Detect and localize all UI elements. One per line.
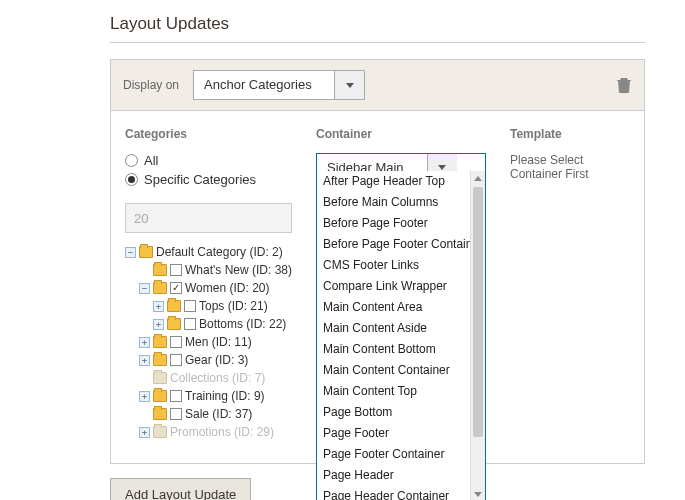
category-tree: −Default Category (ID: 2)What's New (ID:…	[125, 243, 292, 441]
scroll-down-icon	[471, 487, 485, 500]
tree-node-label: Sale (ID: 37)	[185, 405, 252, 423]
folder-icon	[153, 354, 167, 366]
tree-node[interactable]: What's New (ID: 38)	[125, 261, 292, 279]
dropdown-option[interactable]: Page Header	[317, 465, 470, 486]
tree-node[interactable]: −Women (ID: 20)	[125, 279, 292, 297]
search-value: 20	[134, 211, 148, 226]
folder-icon	[153, 372, 167, 384]
dropdown-option[interactable]: Page Footer Container	[317, 444, 470, 465]
checkbox[interactable]	[170, 354, 182, 366]
dropdown-option[interactable]: Main Content Aside	[317, 318, 470, 339]
radio-icon	[125, 173, 138, 186]
tree-node-label: Gear (ID: 3)	[185, 351, 248, 369]
toggle-spacer	[139, 265, 150, 276]
folder-icon	[153, 336, 167, 348]
chevron-down-icon	[334, 71, 364, 99]
layout-update-block: Display on Anchor Categories Categories …	[110, 59, 645, 464]
checkbox[interactable]	[170, 282, 182, 294]
expand-icon[interactable]: +	[153, 319, 164, 330]
tree-node-label: Tops (ID: 21)	[199, 297, 268, 315]
collapse-icon[interactable]: −	[125, 247, 136, 258]
tree-node-label: Training (ID: 9)	[185, 387, 265, 405]
tree-node-label: Bottoms (ID: 22)	[199, 315, 286, 333]
folder-icon	[139, 246, 153, 258]
checkbox[interactable]	[184, 300, 196, 312]
tree-node[interactable]: +Training (ID: 9)	[125, 387, 292, 405]
categories-col-title: Categories	[125, 127, 292, 141]
template-col-title: Template	[510, 127, 630, 141]
folder-icon	[153, 264, 167, 276]
dropdown-option[interactable]: Before Page Footer	[317, 213, 470, 234]
radio-all[interactable]: All	[125, 153, 292, 168]
tree-node[interactable]: +Men (ID: 11)	[125, 333, 292, 351]
tree-node-label: Default Category (ID: 2)	[156, 243, 283, 261]
radio-specific-label: Specific Categories	[144, 172, 256, 187]
folder-icon	[167, 318, 181, 330]
checkbox[interactable]	[170, 264, 182, 276]
expand-icon[interactable]: +	[139, 427, 150, 438]
container-col-title: Container	[316, 127, 486, 141]
category-search-input[interactable]: 20	[125, 203, 292, 233]
dropdown-option[interactable]: Main Content Container	[317, 360, 470, 381]
tree-node-label: What's New (ID: 38)	[185, 261, 292, 279]
radio-specific[interactable]: Specific Categories	[125, 172, 292, 187]
display-on-label: Display on	[123, 78, 179, 92]
tree-node-label: Collections (ID: 7)	[170, 369, 265, 387]
tree-node: +Promotions (ID: 29)	[125, 423, 292, 441]
dropdown-option[interactable]: After Page Header Top	[317, 171, 470, 192]
folder-icon	[153, 426, 167, 438]
section-title: Layout Updates	[110, 0, 645, 43]
dropdown-option[interactable]: Compare Link Wrapper	[317, 276, 470, 297]
toggle-spacer	[139, 409, 150, 420]
dropdown-option[interactable]: Main Content Bottom	[317, 339, 470, 360]
container-dropdown: After Page Header TopBefore Main Columns…	[316, 171, 486, 500]
folder-icon	[153, 408, 167, 420]
dropdown-option[interactable]: Before Page Footer Container	[317, 234, 470, 255]
checkbox[interactable]	[184, 318, 196, 330]
folder-icon	[153, 282, 167, 294]
template-hint: Please Select Container First	[510, 153, 630, 181]
dropdown-option[interactable]: Page Header Container	[317, 486, 470, 500]
display-on-row: Display on Anchor Categories	[111, 60, 644, 111]
tree-node-label: Promotions (ID: 29)	[170, 423, 274, 441]
folder-icon	[167, 300, 181, 312]
dropdown-option[interactable]: Page Bottom	[317, 402, 470, 423]
collapse-icon[interactable]: −	[139, 283, 150, 294]
checkbox[interactable]	[170, 408, 182, 420]
tree-node-label: Men (ID: 11)	[185, 333, 252, 351]
expand-icon[interactable]: +	[139, 337, 150, 348]
tree-node-label: Women (ID: 20)	[185, 279, 269, 297]
dropdown-option[interactable]: Main Content Top	[317, 381, 470, 402]
tree-node[interactable]: +Gear (ID: 3)	[125, 351, 292, 369]
tree-node[interactable]: Sale (ID: 37)	[125, 405, 292, 423]
folder-icon	[153, 390, 167, 402]
scrollbar-thumb[interactable]	[473, 187, 483, 437]
expand-icon[interactable]: +	[153, 301, 164, 312]
trash-icon	[617, 77, 631, 93]
dropdown-option[interactable]: Main Content Area	[317, 297, 470, 318]
dropdown-option[interactable]: Before Main Columns	[317, 192, 470, 213]
dropdown-option[interactable]: CMS Footer Links	[317, 255, 470, 276]
display-on-select[interactable]: Anchor Categories	[193, 70, 365, 100]
tree-node: Collections (ID: 7)	[125, 369, 292, 387]
toggle-spacer	[139, 373, 150, 384]
checkbox[interactable]	[170, 390, 182, 402]
tree-node[interactable]: +Tops (ID: 21)	[125, 297, 292, 315]
tree-node[interactable]: −Default Category (ID: 2)	[125, 243, 292, 261]
delete-update-button[interactable]	[616, 76, 632, 94]
expand-icon[interactable]: +	[139, 391, 150, 402]
add-layout-update-button[interactable]: Add Layout Update	[110, 478, 251, 500]
scrollbar[interactable]	[470, 171, 485, 500]
radio-icon	[125, 154, 138, 167]
dropdown-option[interactable]: Page Footer	[317, 423, 470, 444]
radio-all-label: All	[144, 153, 158, 168]
expand-icon[interactable]: +	[139, 355, 150, 366]
checkbox[interactable]	[170, 336, 182, 348]
display-on-value: Anchor Categories	[194, 71, 334, 99]
tree-node[interactable]: +Bottoms (ID: 22)	[125, 315, 292, 333]
scroll-up-icon	[471, 171, 485, 185]
